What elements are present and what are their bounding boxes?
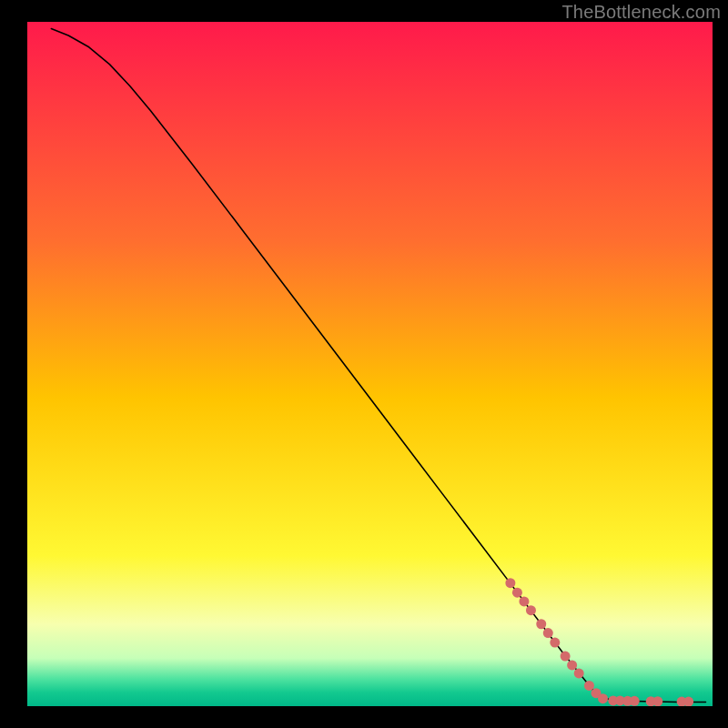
watermark-text: TheBottleneck.com: [561, 2, 721, 23]
highlight-dot: [550, 638, 560, 648]
highlight-dot: [574, 668, 584, 678]
plot-area: [27, 22, 713, 706]
gradient-background: [27, 22, 713, 706]
highlight-dot: [567, 660, 577, 670]
highlight-dot: [630, 696, 640, 706]
highlight-dot: [561, 652, 571, 662]
highlight-dot: [543, 628, 553, 638]
highlight-dot: [584, 681, 594, 691]
highlight-dot: [526, 605, 536, 615]
chart-frame: TheBottleneck.com: [0, 0, 728, 728]
plot-svg: [27, 22, 713, 706]
highlight-dot: [598, 693, 608, 703]
highlight-dot: [505, 578, 515, 588]
highlight-dot: [519, 596, 529, 606]
highlight-dot: [512, 588, 522, 598]
highlight-dot: [652, 696, 662, 706]
highlight-dot: [536, 619, 546, 629]
